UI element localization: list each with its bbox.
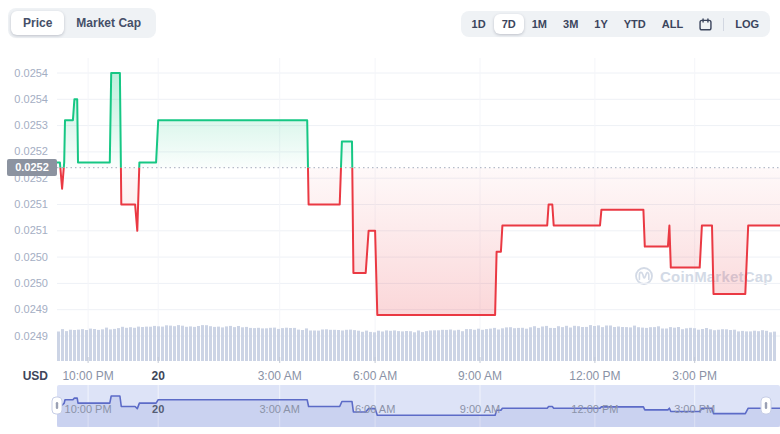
navigator-label: 20 [152,403,164,415]
price-chart-module: PriceMarket Cap 1D7D1M3M1YYTDALLLOG 0.02… [0,0,780,434]
navigator-label: 10:00 PM [65,403,112,415]
navigator-left-handle[interactable] [52,397,62,414]
navigator-label: 3:00 PM [674,403,715,415]
navigator-label: 3:00 AM [259,403,299,415]
navigator-label: 9:00 AM [460,403,500,415]
navigator-label: 12:00 PM [571,403,618,415]
baseline-price-badge: 0.0252 [7,159,57,176]
navigator-label: 6:00 AM [355,403,395,415]
navigator-right-handle[interactable] [761,397,771,414]
price-chart-canvas[interactable] [0,0,780,434]
